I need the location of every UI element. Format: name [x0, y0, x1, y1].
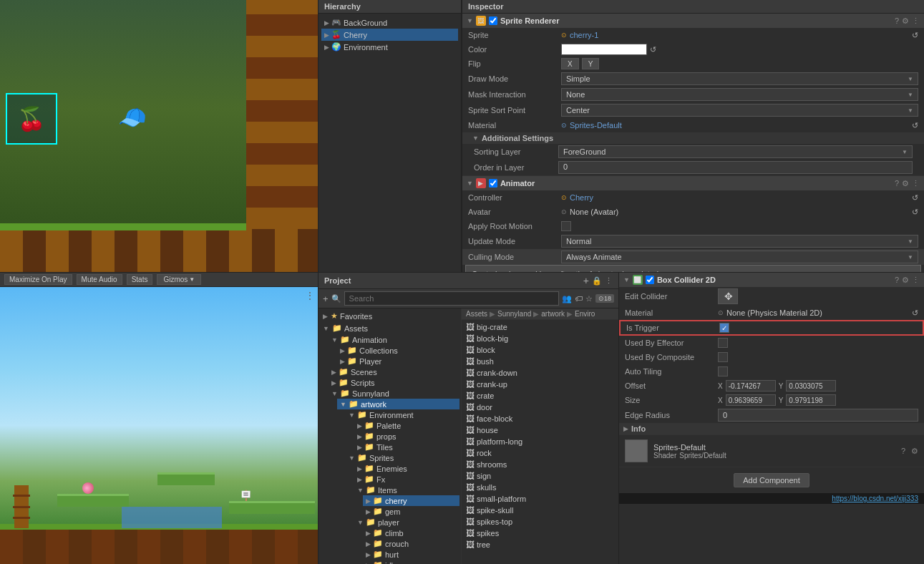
flip-x-btn[interactable]: X: [561, 58, 579, 69]
file-shrooms[interactable]: 🖼shrooms: [463, 459, 617, 470]
box-collider-menu[interactable]: ⋮: [912, 276, 920, 285]
file-crate[interactable]: 🖼crate: [463, 390, 617, 402]
info-help[interactable]: ?: [901, 447, 905, 455]
project-star-icon[interactable]: ☆: [585, 294, 593, 303]
avatar-reset[interactable]: ↺: [912, 208, 918, 217]
flip-y-btn[interactable]: Y: [582, 58, 600, 69]
maximize-btn[interactable]: Maximize On Play: [4, 274, 72, 285]
sprite-renderer-help[interactable]: ?: [895, 16, 899, 25]
color-picker[interactable]: [561, 44, 647, 55]
favorites-header[interactable]: ▶ ★ Favorites: [320, 310, 459, 322]
file-house[interactable]: 🖼house: [463, 424, 617, 436]
file-bush[interactable]: 🖼bush: [463, 356, 617, 367]
animation-item[interactable]: ▼ 📁 Animation: [329, 334, 459, 345]
sorting-layer-dropdown[interactable]: ForeGround▼: [558, 145, 913, 158]
file-spikes-top[interactable]: 🖼spikes-top: [463, 516, 617, 527]
material-reset[interactable]: ↺: [912, 121, 918, 130]
box-collider-settings[interactable]: ⚙: [902, 276, 909, 285]
add-btn[interactable]: +: [323, 293, 329, 304]
assets-root[interactable]: ▼ 📁 Assets: [320, 322, 459, 334]
size-x-field[interactable]: [726, 394, 776, 406]
order-layer-field[interactable]: 0: [558, 161, 913, 174]
file-big-crate[interactable]: 🖼big-crate: [463, 321, 617, 333]
crouch-item[interactable]: ▶📁crouch: [363, 538, 459, 549]
scene-menu-icon[interactable]: ⋮: [305, 290, 315, 301]
offset-x-field[interactable]: [726, 380, 776, 392]
info-header[interactable]: ▶ Info: [619, 423, 924, 434]
items-tree-item[interactable]: ▼ 📁 Items: [354, 485, 459, 495]
file-crank-down[interactable]: 🖼crank-down: [463, 367, 617, 379]
tiles-item[interactable]: ▶ 📁 Tiles: [354, 442, 459, 452]
additional-settings-header[interactable]: ▼ Additional Settings: [462, 132, 924, 144]
watermark-link[interactable]: https://blog.csdn.net/xiji333: [832, 495, 918, 502]
stats-btn[interactable]: Stats: [127, 274, 153, 285]
material-link[interactable]: Sprites-Default: [570, 121, 909, 130]
environment-tree-item[interactable]: ▼ 📁 Environment: [346, 409, 459, 420]
culling-mode-dropdown[interactable]: Always Animate▼: [561, 251, 918, 263]
add-folder-btn[interactable]: +: [583, 275, 589, 286]
controller-reset[interactable]: ↺: [912, 193, 918, 203]
edit-collider-btn[interactable]: ✥: [718, 288, 738, 304]
file-face-block[interactable]: 🖼face-block: [463, 413, 617, 424]
info-settings[interactable]: ⚙: [911, 447, 918, 456]
offset-y-field[interactable]: [786, 380, 836, 392]
file-spike-skull[interactable]: 🖼spike-skull: [463, 505, 617, 516]
climb-item[interactable]: ▶📁climb: [363, 527, 459, 538]
sprite-reset-btn[interactable]: ↺: [912, 31, 918, 40]
artwork-item[interactable]: ▼ 📁 artwork: [337, 399, 459, 409]
animator-header[interactable]: ▼ ▶ Animator ? ⚙ ⋮: [462, 176, 924, 190]
sprite-renderer-header[interactable]: ▼ 🖼 Sprite Renderer ? ⚙ ⋮: [462, 14, 924, 28]
player-anim-item[interactable]: ▶ 📁 Player: [337, 356, 459, 366]
mask-interaction-dropdown[interactable]: None▼: [561, 88, 918, 101]
add-component-btn[interactable]: Add Component: [734, 473, 809, 487]
file-tree[interactable]: 🖼tree: [463, 539, 617, 550]
animator-settings[interactable]: ⚙: [902, 179, 909, 188]
scenes-item[interactable]: ▶ 📁 Scenes: [329, 366, 459, 377]
project-people-icon[interactable]: 👥: [562, 294, 572, 303]
gem-tree-item[interactable]: ▶ 📁 gem: [363, 506, 459, 517]
used-composite-checkbox[interactable]: [718, 352, 728, 362]
is-trigger-checkbox[interactable]: ✓: [719, 323, 729, 333]
edge-radius-field[interactable]: [718, 409, 918, 422]
project-tag-icon[interactable]: 🏷: [575, 294, 583, 303]
box-collider-help[interactable]: ?: [895, 276, 899, 284]
color-reset-btn[interactable]: ↺: [650, 45, 656, 54]
props-item[interactable]: ▶ 📁 props: [354, 431, 459, 442]
box-collider-enabled[interactable]: [646, 276, 654, 284]
file-rock[interactable]: 🖼rock: [463, 447, 617, 459]
size-y-field[interactable]: [786, 394, 836, 406]
apply-root-checkbox[interactable]: [561, 221, 571, 231]
hierarchy-item-background[interactable]: ▶ 🎮 BackGround: [321, 16, 458, 29]
file-sign[interactable]: 🖼sign: [463, 470, 617, 482]
animator-enabled[interactable]: [489, 179, 497, 188]
used-effector-checkbox[interactable]: [718, 338, 728, 348]
fx-item[interactable]: ▶ 📁 Fx: [354, 474, 459, 485]
sprite-renderer-enabled[interactable]: [489, 16, 497, 25]
sprites-folder-item[interactable]: ▼ 📁 Sprites: [346, 452, 459, 463]
update-mode-dropdown[interactable]: Normal▼: [561, 235, 918, 248]
gizmos-btn[interactable]: Gizmos▼: [157, 274, 201, 285]
sprite-renderer-settings[interactable]: ⚙: [902, 16, 909, 26]
animator-menu[interactable]: ⋮: [912, 179, 920, 188]
box-collider-header[interactable]: ▼ ⬜ Box Collider 2D ? ⚙ ⋮: [619, 273, 924, 287]
enemies-item[interactable]: ▶ 📁 Enemies: [354, 463, 459, 474]
idle-item[interactable]: ▶📁idle: [363, 560, 459, 564]
sunnyland-item[interactable]: ▼ 📁 Sunnyland: [329, 388, 459, 399]
palette-item[interactable]: ▶ 📁 Palette: [354, 420, 459, 431]
hierarchy-item-cherry[interactable]: ▶ 🍒 Cherry: [321, 29, 458, 41]
sprite-value-link[interactable]: cherry-1: [570, 31, 909, 39]
hierarchy-item-environment[interactable]: ▶ 🌍 Environment: [321, 41, 458, 53]
mute-btn[interactable]: Mute Audio: [77, 274, 122, 285]
file-block[interactable]: 🖼block: [463, 344, 617, 356]
file-crank-up[interactable]: 🖼crank-up: [463, 379, 617, 390]
project-more-btn[interactable]: ⋮: [605, 276, 613, 286]
file-platform-long[interactable]: 🖼platform-long: [463, 436, 617, 447]
sprite-sort-dropdown[interactable]: Center▼: [561, 104, 918, 117]
draw-mode-dropdown[interactable]: Simple▼: [561, 72, 918, 85]
file-skulls[interactable]: 🖼skulls: [463, 482, 617, 493]
player-sprites-item[interactable]: ▼ 📁 player: [354, 517, 459, 527]
hurt-item[interactable]: ▶📁hurt: [363, 549, 459, 560]
collider-mat-reset[interactable]: ↺: [912, 308, 918, 318]
file-door[interactable]: 🖼door: [463, 402, 617, 413]
file-block-big[interactable]: 🖼block-big: [463, 333, 617, 344]
